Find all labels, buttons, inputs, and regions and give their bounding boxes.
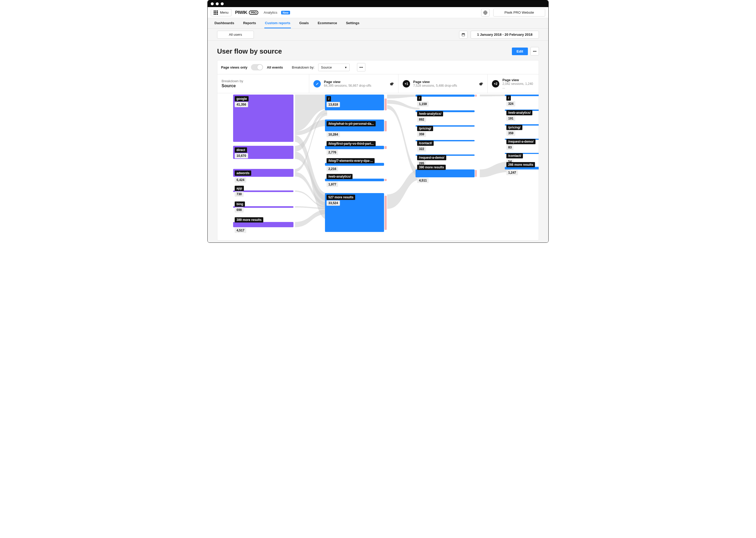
panel-controls: Page views only All events Breakdown by:… bbox=[217, 60, 539, 74]
flow-node[interactable]: / 324 bbox=[505, 94, 539, 96]
gear-icon[interactable] bbox=[390, 82, 394, 86]
flow-node[interactable]: google 41,356 bbox=[233, 94, 294, 142]
tab-goals[interactable]: Goals bbox=[299, 19, 309, 28]
panel-more-button[interactable]: ••• bbox=[357, 63, 365, 72]
flow-node[interactable]: bing 698 bbox=[233, 206, 294, 208]
breakdown-select[interactable]: Source ▾ bbox=[318, 64, 350, 71]
site-selector-icon-button[interactable] bbox=[481, 9, 490, 17]
dropoff-bar bbox=[385, 146, 387, 149]
col-head-step-2: +1 Page view 7,528 sessions, 5,486 drop-… bbox=[399, 74, 488, 93]
new-badge: New bbox=[281, 11, 290, 15]
menu-label: Menu bbox=[220, 11, 229, 15]
flow-node[interactable]: /web-analytics/ 191 bbox=[505, 110, 539, 111]
tab-ecommerce[interactable]: Ecommerce bbox=[317, 19, 338, 28]
edit-button[interactable]: Edit bbox=[512, 48, 528, 55]
sankey-diagram: google 41,356 direct 10,670 adwords 6,42… bbox=[217, 93, 539, 241]
app-window: Menu PIWIK PRO Analytics New Piwik PRO W… bbox=[208, 0, 548, 243]
toggle-label-right: All events bbox=[267, 65, 283, 69]
col-head-step-1: Page view 64,395 sessions, 56,867 drop-o… bbox=[309, 74, 399, 93]
flow-node[interactable]: 266 more results 1,247 bbox=[505, 167, 539, 169]
titlebar bbox=[208, 0, 548, 7]
flow-node[interactable]: /pricing/ 359 bbox=[415, 125, 475, 127]
dropoff-bar bbox=[385, 98, 387, 110]
product-section: Analytics bbox=[263, 11, 277, 15]
dropoff-bar bbox=[385, 121, 387, 131]
step-badge: +1 bbox=[403, 80, 410, 87]
window-control-dot[interactable] bbox=[211, 2, 214, 5]
flow-node[interactable]: /web-analytics/ 892 bbox=[415, 110, 475, 112]
flow-node[interactable]: /contact/ 54 bbox=[505, 153, 539, 154]
gear-icon[interactable] bbox=[479, 82, 483, 86]
chevron-down-icon: ▾ bbox=[345, 65, 347, 69]
calendar-button[interactable] bbox=[459, 31, 467, 39]
tab-reports[interactable]: Reports bbox=[243, 19, 257, 28]
window-control-dot[interactable] bbox=[221, 2, 224, 5]
dropoff-bar bbox=[385, 179, 387, 181]
col-head-step-3: +2 Page view 2,042 sessions, 1,240 ... bbox=[488, 74, 539, 93]
flow-node[interactable]: /blog/first-party-vs-third-part... 2,776 bbox=[325, 146, 384, 149]
step-badge: +2 bbox=[492, 80, 499, 87]
svg-rect-2 bbox=[462, 33, 465, 34]
events-toggle[interactable] bbox=[251, 64, 263, 71]
flow-node[interactable]: 389 more results 4,517 bbox=[233, 222, 294, 227]
site-picker[interactable]: Piwik PRO Website bbox=[493, 9, 545, 17]
calendar-icon bbox=[461, 33, 465, 36]
flow-node[interactable]: /blog/what-is-pii-personal-da... 10,284 bbox=[325, 120, 384, 131]
flow-node[interactable]: 390 more results 4,511 bbox=[415, 169, 475, 177]
report-more-button[interactable]: ••• bbox=[531, 47, 539, 55]
tab-settings[interactable]: Settings bbox=[346, 19, 360, 28]
flow-node[interactable]: 527 more results 33,524 bbox=[325, 193, 384, 232]
report-panel: Page views only All events Breakdown by:… bbox=[217, 60, 539, 241]
breakdown-label: Breakdown by: bbox=[292, 65, 314, 69]
topbar: Menu PIWIK PRO Analytics New Piwik PRO W… bbox=[208, 7, 548, 18]
report-title: User flow by source bbox=[217, 47, 282, 55]
flow-node[interactable]: /request-a-demo/ 83 bbox=[505, 139, 539, 140]
toggle-label-left: Page views only bbox=[221, 65, 247, 69]
rocket-icon bbox=[313, 80, 321, 87]
apps-icon bbox=[214, 11, 218, 15]
dropoff-bar bbox=[385, 196, 387, 230]
window-control-dot[interactable] bbox=[216, 2, 219, 5]
content: User flow by source Edit ••• Page views … bbox=[208, 41, 548, 243]
flow-node[interactable]: /blog/7-elements-every-dpa-... 2,216 bbox=[325, 163, 384, 166]
flow-node[interactable]: /contact/ 322 bbox=[415, 140, 475, 141]
flow-node[interactable]: /request-a-demo/ 285 bbox=[415, 154, 475, 156]
flow-node[interactable]: / 13,618 bbox=[325, 94, 384, 110]
col-head-source: Breakdown by Source bbox=[217, 74, 309, 93]
tab-custom-reports[interactable]: Custom reports bbox=[264, 19, 291, 28]
flow-node[interactable]: / 1,159 bbox=[415, 94, 475, 97]
flow-node[interactable]: /pricing/ 359 bbox=[505, 124, 539, 126]
segment-picker[interactable]: All users bbox=[217, 31, 254, 39]
brand-logo: PIWIK PRO bbox=[235, 10, 259, 15]
dropoff-bar bbox=[475, 94, 477, 97]
flow-node[interactable]: direct 10,670 bbox=[233, 146, 294, 159]
date-range-picker[interactable]: 1 January 2018 - 20 February 2018 bbox=[471, 31, 539, 39]
column-headers: Breakdown by Source Page view 64,395 ses… bbox=[217, 74, 539, 93]
tab-dashboards[interactable]: Dashboards bbox=[214, 19, 235, 28]
flow-node[interactable]: app 730 bbox=[233, 190, 294, 192]
nav-tabs: Dashboards Reports Custom reports Goals … bbox=[208, 18, 548, 28]
filter-row: All users 1 January 2018 - 20 February 2… bbox=[208, 28, 548, 41]
globe-icon bbox=[483, 11, 488, 15]
svg-point-5 bbox=[317, 83, 318, 83]
flow-node[interactable]: adwords 6,424 bbox=[233, 169, 294, 177]
flow-node[interactable]: /web-analytics/ 1,977 bbox=[325, 179, 384, 181]
dropoff-bar bbox=[475, 170, 477, 177]
menu-button[interactable]: Menu bbox=[211, 9, 231, 16]
